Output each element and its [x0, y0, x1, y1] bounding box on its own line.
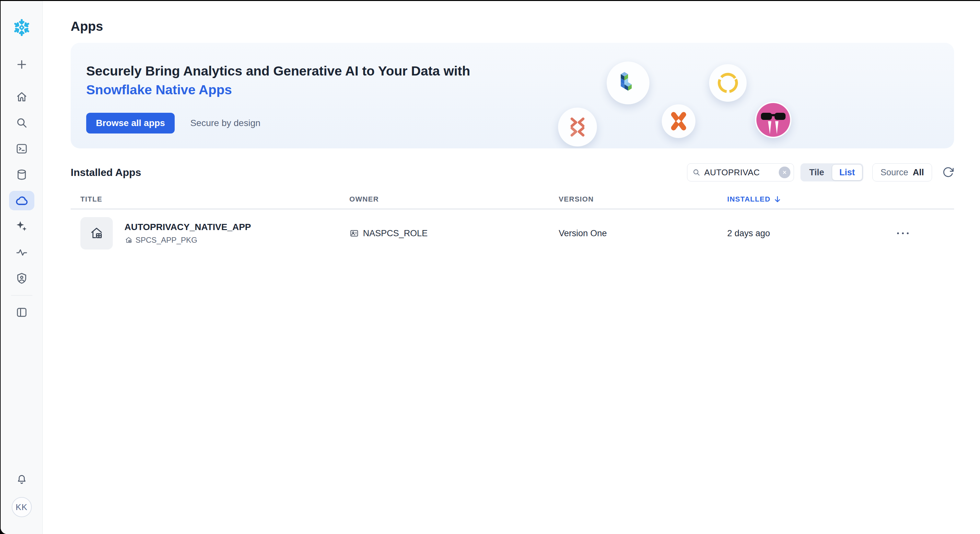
notifications-button[interactable]	[1, 467, 43, 493]
new-plus-button[interactable]	[1, 52, 43, 77]
app-window: KK Apps Securely Bring Analytics and Gen…	[1, 1, 980, 534]
yellow-broken-ring-logo	[709, 64, 747, 102]
sidebar-item-activity[interactable]	[1, 240, 43, 265]
sidebar-item-apps[interactable]	[1, 188, 43, 213]
orange-x-logo	[662, 104, 695, 138]
view-list-button[interactable]: List	[832, 164, 862, 181]
source-filter-button[interactable]: Source All	[872, 163, 932, 181]
secure-by-design-link[interactable]: Secure by design	[190, 118, 260, 128]
search-input[interactable]	[704, 167, 779, 178]
actions-cell	[889, 229, 954, 237]
pink-walrus-sunglasses-logo	[755, 102, 791, 138]
app-tile	[80, 217, 113, 250]
table-header-row: TITLE OWNER VERSION INSTALLED	[71, 195, 954, 209]
owner-cell: NASPCS_ROLE	[349, 229, 559, 238]
section-title: Installed Apps	[71, 167, 141, 178]
package-house-box-icon	[124, 236, 133, 244]
ellipsis-menu-icon	[896, 231, 910, 235]
app-name: AUTOPRIVACY_NATIVE_APP	[124, 222, 251, 232]
notifications-bell-icon	[16, 474, 28, 486]
installed-cell: 2 days ago	[727, 229, 889, 238]
installed-text: 2 days ago	[727, 229, 770, 238]
installed-apps-toolbar: Installed Apps Tile List Source	[71, 163, 954, 181]
sidebar-nav	[1, 84, 43, 325]
search-icon	[15, 116, 29, 130]
owner-name: NASPCS_ROLE	[363, 229, 428, 238]
search-icon	[692, 168, 701, 177]
sidebar-item-admin[interactable]	[1, 265, 43, 291]
version-text: Version One	[559, 229, 607, 238]
column-header-owner[interactable]: OWNER	[349, 195, 559, 203]
sidebar-item-ai[interactable]	[1, 213, 43, 240]
apps-search-box	[687, 163, 794, 181]
plus-icon	[15, 58, 28, 71]
clear-x-icon	[782, 170, 788, 175]
sidebar: KK	[1, 1, 43, 534]
admin-shield-icon	[15, 272, 29, 285]
column-header-installed[interactable]: INSTALLED	[727, 195, 889, 203]
view-tile-button[interactable]: Tile	[802, 164, 832, 181]
cube-stack-logo	[607, 62, 649, 104]
sidebar-item-data[interactable]	[1, 162, 43, 188]
table-row[interactable]: AUTOPRIVACY_NATIVE_APP SPCS_APP_PKG	[71, 209, 954, 257]
source-filter-value: All	[913, 167, 924, 178]
browse-all-apps-button[interactable]: Browse all apps	[86, 113, 175, 134]
databases-icon	[15, 168, 29, 181]
banner-heading-link[interactable]: Snowflake Native Apps	[86, 80, 954, 99]
version-cell: Version One	[559, 229, 727, 238]
ai-sparkles-icon	[15, 220, 29, 233]
refresh-button[interactable]	[942, 166, 954, 178]
sidebar-collapse-toggle[interactable]	[1, 299, 43, 325]
main-content: Apps Securely Bring Analytics and Genera…	[43, 1, 980, 534]
refresh-icon	[942, 166, 954, 178]
page-title: Apps	[71, 19, 954, 34]
home-icon	[15, 90, 29, 104]
view-toggle: Tile List	[800, 163, 863, 181]
column-header-title[interactable]: TITLE	[71, 195, 349, 203]
installed-apps-table: TITLE OWNER VERSION INSTALLED	[71, 195, 954, 257]
apps-cloud-icon	[14, 194, 29, 208]
title-cell: AUTOPRIVACY_NATIVE_APP SPCS_APP_PKG	[71, 217, 349, 250]
native-apps-banner: Securely Bring Analytics and Generative …	[71, 43, 954, 148]
sidebar-item-worksheets[interactable]	[1, 136, 43, 162]
sort-down-arrow-icon	[773, 195, 782, 203]
user-avatar[interactable]: KK	[12, 497, 32, 517]
row-menu-button[interactable]	[894, 229, 912, 237]
owner-role-badge-icon	[349, 229, 359, 238]
sidebar-divider	[11, 295, 32, 296]
user-initials: KK	[16, 502, 27, 512]
worksheets-terminal-icon	[15, 142, 29, 156]
active-nav-pill	[9, 191, 34, 210]
source-filter-label: Source	[880, 167, 908, 178]
sidebar-item-home[interactable]	[1, 84, 43, 110]
sidebar-item-search[interactable]	[1, 110, 43, 136]
salmon-chevron-x-logo	[558, 108, 597, 146]
snowflake-logo[interactable]	[12, 17, 32, 38]
clear-search-button[interactable]	[779, 167, 791, 178]
native-app-house-box-icon	[89, 226, 104, 241]
column-header-version[interactable]: VERSION	[559, 195, 727, 203]
package-name: SPCS_APP_PKG	[135, 235, 197, 245]
activity-pulse-icon	[15, 246, 29, 259]
panel-toggle-icon	[15, 305, 29, 319]
banner-heading-line1: Securely Bring Analytics and Generative …	[86, 62, 954, 80]
